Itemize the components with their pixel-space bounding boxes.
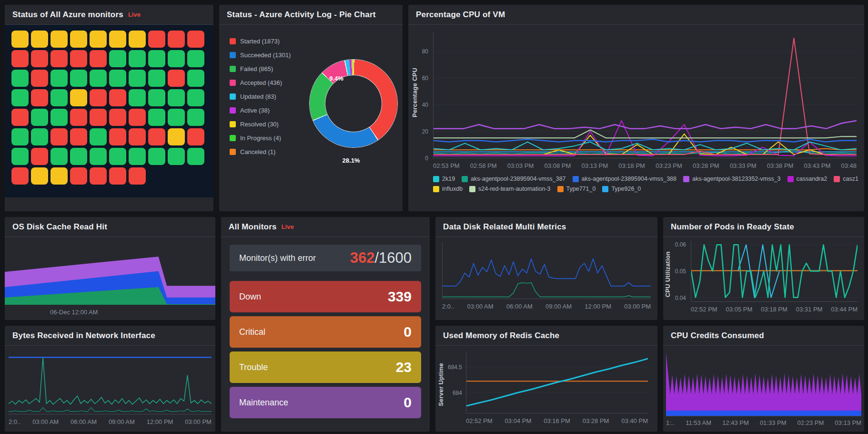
status-cell-r3c7[interactable] (129, 70, 146, 87)
pie-legend-item[interactable]: Active (38) (230, 103, 291, 117)
status-cell-r6c6[interactable] (109, 128, 126, 145)
status-cell-r7c6[interactable] (109, 148, 126, 165)
pie-legend-item[interactable]: Resolved (30) (230, 117, 291, 131)
status-cell-r6c9[interactable] (168, 128, 185, 145)
status-bar-trouble[interactable]: Trouble23 (230, 351, 421, 383)
status-bar-maintenance[interactable]: Maintenance0 (230, 387, 421, 418)
status-cell-r4c10[interactable] (187, 89, 204, 106)
status-cell-r5c10[interactable] (187, 109, 204, 126)
status-cell-r5c9[interactable] (168, 109, 185, 126)
status-cell-r6c5[interactable] (90, 128, 107, 145)
status-cell-r8c1[interactable] (11, 167, 29, 185)
cpu-legend-item[interactable]: aks-agentpool-38123352-vmss_3 (683, 176, 781, 182)
status-cell-r6c4[interactable] (70, 128, 87, 145)
status-cell-r2c5[interactable] (90, 50, 107, 67)
pie-legend-item[interactable]: Updated (83) (230, 90, 291, 103)
status-cell-r5c5[interactable] (90, 109, 107, 126)
status-cell-r5c3[interactable] (50, 109, 68, 126)
status-bar-down[interactable]: Down339 (230, 281, 421, 312)
status-cell-r4c7[interactable] (129, 89, 146, 106)
cpu-legend-item[interactable]: Type771_0 (557, 186, 596, 192)
status-cell-r7c7[interactable] (129, 148, 146, 165)
status-cell-r5c7[interactable] (129, 109, 146, 126)
status-cell-r3c9[interactable] (168, 70, 185, 87)
status-cell-r3c4[interactable] (70, 70, 87, 87)
status-cell-r6c1[interactable] (11, 128, 29, 145)
status-cell-r7c2[interactable] (31, 148, 48, 165)
status-cell-r5c6[interactable] (109, 109, 126, 126)
status-cell-r5c8[interactable] (148, 109, 165, 126)
status-cell-r1c8[interactable] (148, 31, 165, 48)
pie-legend-item[interactable]: Accepted (436) (230, 76, 291, 90)
pie-legend-item[interactable]: Canceled (1) (230, 145, 291, 159)
status-cell-r2c8[interactable] (148, 50, 165, 67)
status-cell-r7c4[interactable] (70, 148, 87, 165)
status-cell-r7c5[interactable] (90, 148, 107, 165)
status-cell-r6c10[interactable] (187, 128, 204, 145)
pie-legend-item[interactable]: Failed (865) (230, 62, 291, 76)
status-cell-r4c4[interactable] (70, 89, 87, 106)
cpu-legend-item[interactable]: aks-agentpool-23895904-vmss_388 (573, 176, 676, 182)
status-cell-r4c8[interactable] (148, 89, 165, 106)
status-cell-r8c6[interactable] (109, 167, 126, 185)
status-cell-r8c4[interactable] (70, 167, 87, 185)
pie-legend-item[interactable]: Succeeded (1301) (230, 48, 291, 62)
status-cell-r2c6[interactable] (109, 50, 126, 67)
cpu-legend-item[interactable]: cassandra2 (787, 176, 828, 182)
cpu-legend-item[interactable]: Type926_0 (602, 186, 641, 192)
status-cell-r4c6[interactable] (109, 89, 126, 106)
status-cell-r5c2[interactable] (31, 109, 48, 126)
status-cell-r2c3[interactable] (50, 50, 68, 67)
status-cell-r4c3[interactable] (50, 89, 68, 106)
status-cell-r3c3[interactable] (50, 70, 68, 87)
status-cell-r1c10[interactable] (187, 31, 204, 48)
status-cell-r1c1[interactable] (11, 31, 29, 48)
status-cell-r7c8[interactable] (148, 148, 165, 165)
status-cell-r1c3[interactable] (50, 31, 68, 48)
status-cell-r3c1[interactable] (11, 70, 29, 87)
status-cell-r1c5[interactable] (90, 31, 107, 48)
cpu-legend-item[interactable]: 2k19 (433, 176, 455, 182)
status-cell-r6c7[interactable] (129, 128, 146, 145)
status-cell-r6c2[interactable] (31, 128, 48, 145)
status-cell-r2c1[interactable] (11, 50, 29, 67)
status-cell-r6c3[interactable] (50, 128, 68, 145)
pie-legend-item[interactable]: In Progress (4) (230, 131, 291, 145)
status-cell-r8c2[interactable] (31, 167, 48, 185)
status-cell-r1c2[interactable] (31, 31, 48, 48)
status-cell-r4c5[interactable] (90, 89, 107, 106)
status-bar-critical[interactable]: Critical0 (230, 316, 421, 348)
status-cell-r1c7[interactable] (129, 31, 146, 48)
status-cell-r1c6[interactable] (109, 31, 126, 48)
status-cell-r8c5[interactable] (90, 167, 107, 185)
cpu-legend-item[interactable]: s24-red-team-automation-3 (469, 186, 550, 192)
status-cell-r3c10[interactable] (187, 70, 204, 87)
status-cell-r3c6[interactable] (109, 70, 126, 87)
cpu-legend-item[interactable]: influxdb (433, 186, 463, 192)
status-cell-r7c3[interactable] (50, 148, 68, 165)
status-cell-r8c7[interactable] (129, 167, 146, 185)
status-cell-r2c7[interactable] (129, 50, 146, 67)
status-cell-r7c9[interactable] (168, 148, 185, 165)
status-cell-r3c5[interactable] (90, 70, 107, 87)
donut-chart[interactable] (310, 60, 397, 147)
status-cell-r4c9[interactable] (168, 89, 185, 106)
status-cell-r3c8[interactable] (148, 70, 165, 87)
status-cell-r5c1[interactable] (11, 109, 29, 126)
status-cell-r2c9[interactable] (168, 50, 185, 67)
status-cell-r1c9[interactable] (168, 31, 185, 48)
status-cell-r7c10[interactable] (187, 148, 204, 165)
status-cell-r2c4[interactable] (70, 50, 87, 67)
status-cell-r3c2[interactable] (31, 70, 48, 87)
status-cell-r5c4[interactable] (70, 109, 87, 126)
cpu-legend-item[interactable]: casz1 (834, 176, 858, 182)
status-cell-r4c2[interactable] (31, 89, 48, 106)
status-cell-r1c4[interactable] (70, 31, 87, 48)
status-cell-r7c1[interactable] (11, 148, 29, 165)
cpu-legend-item[interactable]: aks-agentpool-23895904-vmss_387 (462, 176, 565, 182)
status-cell-r4c1[interactable] (11, 89, 29, 106)
status-cell-r6c8[interactable] (148, 128, 165, 145)
monitors-error-card[interactable]: Monitor(s) with error 362/1600 (230, 245, 421, 271)
status-cell-r8c3[interactable] (50, 167, 68, 185)
status-cell-r2c2[interactable] (31, 50, 48, 67)
